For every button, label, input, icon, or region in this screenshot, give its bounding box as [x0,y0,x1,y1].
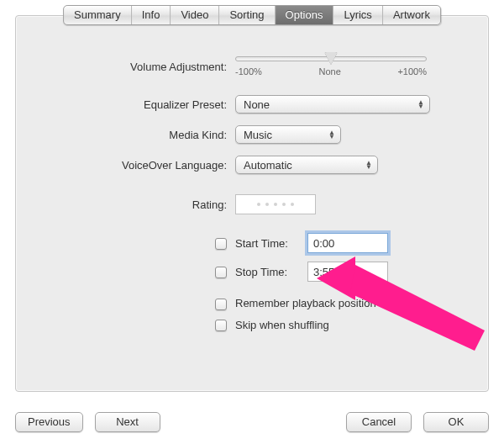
updown-icon: ▲▼ [365,161,372,169]
start-time-input[interactable] [307,233,388,253]
tab-video[interactable]: Video [170,6,218,24]
label-equalizer: Equalizer Preset: [55,98,235,111]
rating-field[interactable] [235,194,316,214]
label-media-kind: Media Kind: [55,129,235,141]
media-kind-popup[interactable]: Music ▲▼ [235,125,341,144]
label-remember: Remember playback position [235,297,376,309]
volume-scale-min: -100% [235,66,262,77]
volume-slider[interactable] [235,56,427,61]
skip-checkbox[interactable] [215,320,227,331]
tab-sorting[interactable]: Sorting [218,6,274,24]
tab-lyrics[interactable]: Lyrics [333,6,381,24]
label-start-time: Start Time: [235,237,307,250]
previous-button[interactable]: Previous [15,412,83,432]
start-time-checkbox[interactable] [215,238,227,250]
updown-icon: ▲▼ [417,100,424,108]
updown-icon: ▲▼ [328,130,335,139]
next-button[interactable]: Next [95,412,160,432]
tab-info[interactable]: Info [131,6,171,24]
volume-slider-scale: -100% None +100% [235,66,427,77]
rating-dot [274,203,277,206]
rating-dot [257,203,260,206]
cancel-button[interactable]: Cancel [346,412,412,432]
media-kind-value: Music [244,129,272,141]
label-rating: Rating: [55,198,235,211]
tab-summary[interactable]: Summary [64,6,131,24]
tab-options[interactable]: Options [275,6,333,24]
volume-slider-thumb[interactable] [324,52,338,65]
stop-time-checkbox[interactable] [215,267,227,278]
dialog-button-bar: Previous Next Cancel OK [15,412,489,432]
label-voiceover: VoiceOver Language: [55,159,235,172]
rating-dot [291,203,294,206]
label-volume: Volume Adjustment: [55,61,235,73]
voiceover-value: Automatic [244,159,292,172]
remember-checkbox[interactable] [215,299,227,310]
dialog-tabbar: Summary Info Video Sorting Options Lyric… [63,5,441,25]
voiceover-popup[interactable]: Automatic ▲▼ [235,156,378,174]
equalizer-popup[interactable]: None ▲▼ [235,95,430,114]
rating-dot [265,203,269,206]
volume-scale-none: None [318,66,340,77]
tab-artwork[interactable]: Artwork [382,6,440,24]
rating-dot [282,203,286,206]
ok-button[interactable]: OK [423,412,489,432]
options-form: Volume Adjustment: -100% None +100% Equa… [16,16,488,357]
stop-time-input[interactable] [307,262,388,282]
volume-scale-max: +100% [397,66,427,77]
equalizer-value: None [244,98,270,111]
label-stop-time: Stop Time: [235,266,307,278]
label-skip: Skip when shuffling [235,319,329,331]
options-dialog: Summary Info Video Sorting Options Lyric… [15,15,489,392]
